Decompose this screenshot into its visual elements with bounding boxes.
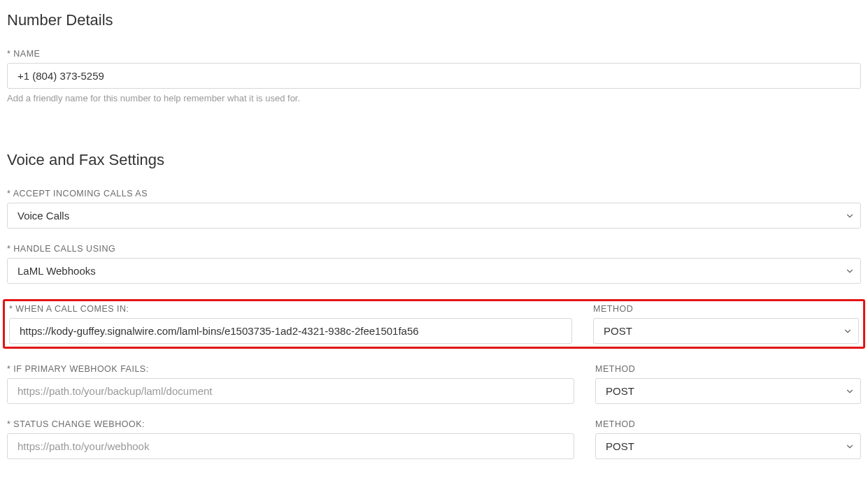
number-details-heading: Number Details	[7, 11, 861, 29]
when-call-method-label: METHOD	[593, 304, 859, 314]
status-change-group: STATUS CHANGE WEBHOOK: METHOD POST	[7, 419, 861, 459]
primary-fails-method-select[interactable]: POST	[595, 378, 861, 404]
handle-calls-group: HANDLE CALLS USING LaML Webhooks	[7, 244, 861, 284]
when-call-input[interactable]	[9, 318, 572, 344]
primary-fails-method-label: METHOD	[595, 364, 861, 374]
accept-incoming-group: ACCEPT INCOMING CALLS AS Voice Calls	[7, 189, 861, 229]
voice-fax-heading: Voice and Fax Settings	[7, 151, 861, 169]
name-input[interactable]	[7, 63, 861, 89]
status-change-method-label: METHOD	[595, 419, 861, 429]
status-change-method-select[interactable]: POST	[595, 433, 861, 459]
status-change-input[interactable]	[7, 433, 574, 459]
handle-calls-select[interactable]: LaML Webhooks	[7, 258, 861, 284]
when-call-label: WHEN A CALL COMES IN:	[9, 304, 572, 314]
accept-incoming-select[interactable]: Voice Calls	[7, 203, 861, 229]
when-call-highlight: WHEN A CALL COMES IN: METHOD POST	[3, 299, 865, 349]
accept-incoming-label: ACCEPT INCOMING CALLS AS	[7, 189, 861, 198]
status-change-label: STATUS CHANGE WEBHOOK:	[7, 419, 574, 429]
handle-calls-label: HANDLE CALLS USING	[7, 244, 861, 254]
name-label: NAME	[7, 49, 861, 59]
primary-fails-label: IF PRIMARY WEBHOOK FAILS:	[7, 364, 574, 374]
name-help-text: Add a friendly name for this number to h…	[7, 93, 861, 103]
name-field-group: NAME Add a friendly name for this number…	[7, 49, 861, 103]
when-call-method-select[interactable]: POST	[593, 318, 859, 344]
primary-fails-input[interactable]	[7, 378, 574, 404]
primary-fails-group: IF PRIMARY WEBHOOK FAILS: METHOD POST	[7, 364, 861, 404]
